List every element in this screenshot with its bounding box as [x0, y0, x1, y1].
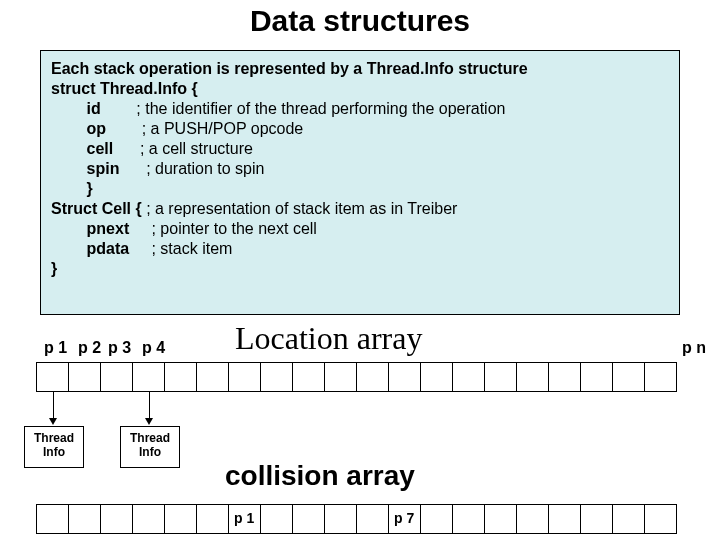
arrow-line	[149, 392, 150, 418]
code-close-1: }	[51, 180, 93, 197]
code-comment-op: ; a PUSH/POP opcode	[106, 120, 303, 137]
location-cell	[549, 363, 581, 391]
location-cell	[421, 363, 453, 391]
thread-info-box: Thread Info	[24, 426, 84, 468]
collision-value-p1: p 1	[234, 510, 254, 526]
location-cell	[37, 363, 69, 391]
pointer-label-pn: p n	[682, 339, 706, 357]
code-close-2: }	[51, 260, 57, 277]
location-cell	[229, 363, 261, 391]
collision-cell	[197, 505, 229, 533]
collision-array-title: collision array	[225, 460, 415, 492]
collision-cell	[293, 505, 325, 533]
pointer-label-p2: p 2	[78, 339, 101, 357]
collision-cell	[69, 505, 101, 533]
code-field-pdata: pdata	[51, 240, 129, 257]
code-line-2: struct Thread.Info {	[51, 80, 198, 97]
page-title: Data structures	[0, 0, 720, 38]
collision-value-p7: p 7	[394, 510, 414, 526]
location-cell	[197, 363, 229, 391]
collision-cell	[581, 505, 613, 533]
pointer-label-p3: p 3	[108, 339, 131, 357]
location-cell	[325, 363, 357, 391]
collision-cell	[101, 505, 133, 533]
pointer-label-p1: p 1	[44, 339, 67, 357]
location-array	[36, 362, 677, 392]
thread-info-label: Thread Info	[130, 431, 170, 459]
code-line-1: Each stack operation is represented by a…	[51, 60, 528, 77]
thread-info-box: Thread Info	[120, 426, 180, 468]
location-cell	[101, 363, 133, 391]
code-comment-id: ; the identifier of the thread performin…	[101, 100, 506, 117]
location-cell	[517, 363, 549, 391]
code-definition-box: Each stack operation is represented by a…	[40, 50, 680, 315]
code-field-pnext: pnext	[51, 220, 129, 237]
collision-cell	[325, 505, 357, 533]
collision-cell	[485, 505, 517, 533]
collision-cell	[549, 505, 581, 533]
code-field-id: id	[51, 100, 101, 117]
collision-cell	[453, 505, 485, 533]
collision-cell	[133, 505, 165, 533]
collision-cell	[645, 505, 677, 533]
collision-array	[36, 504, 677, 534]
code-comment-cell: ; a cell structure	[113, 140, 253, 157]
thread-info-label: Thread Info	[34, 431, 74, 459]
location-cell	[133, 363, 165, 391]
collision-cell	[613, 505, 645, 533]
location-cell	[645, 363, 677, 391]
location-array-title: Location array	[235, 320, 422, 357]
code-field-spin: spin	[51, 160, 119, 177]
location-cell	[453, 363, 485, 391]
code-comment-pnext: ; pointer to the next cell	[129, 220, 317, 237]
collision-cell	[261, 505, 293, 533]
location-cell	[581, 363, 613, 391]
collision-cell	[421, 505, 453, 533]
location-cell	[485, 363, 517, 391]
arrow-down-icon	[49, 418, 57, 425]
location-cell	[261, 363, 293, 391]
code-comment-pdata: ; stack item	[129, 240, 232, 257]
location-cell	[389, 363, 421, 391]
pointer-label-p4: p 4	[142, 339, 165, 357]
code-struct-cell: Struct Cell {	[51, 200, 142, 217]
arrow-down-icon	[145, 418, 153, 425]
code-field-op: op	[51, 120, 106, 137]
location-cell	[613, 363, 645, 391]
collision-cell	[165, 505, 197, 533]
location-cell	[165, 363, 197, 391]
collision-cell	[357, 505, 389, 533]
code-field-cell: cell	[51, 140, 113, 157]
code-comment-struct: ; a representation of stack item as in T…	[142, 200, 458, 217]
code-comment-spin: ; duration to spin	[119, 160, 264, 177]
location-cell	[357, 363, 389, 391]
location-cell	[69, 363, 101, 391]
arrow-line	[53, 392, 54, 418]
collision-cell	[517, 505, 549, 533]
collision-cell	[37, 505, 69, 533]
location-cell	[293, 363, 325, 391]
